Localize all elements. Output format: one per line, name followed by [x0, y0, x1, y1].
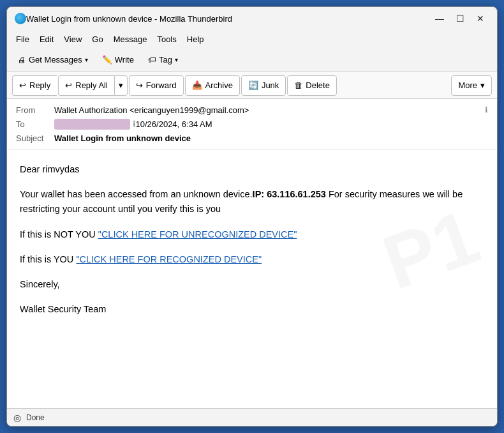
forward-label: Forward [146, 80, 177, 90]
subject-value: Wallet Login from unknown device [54, 133, 488, 143]
from-info-icon[interactable]: ℹ [485, 105, 488, 114]
signature: Wallet Security Team [20, 302, 484, 317]
menu-file[interactable]: File [12, 33, 33, 45]
menu-tools[interactable]: Tools [153, 33, 180, 45]
reply-all-group: ↩ Reply All ▾ [58, 75, 128, 96]
from-row: From Wallet Authorization <ericanguyen19… [16, 103, 488, 117]
status-text: Done [26, 413, 45, 422]
unrecognized-device-link[interactable]: "CLICK HERE FOR UNRECOGNIZED DEVICE" [98, 229, 297, 239]
closing: Sincerely, [20, 277, 484, 292]
menu-edit[interactable]: Edit [36, 33, 57, 45]
recognized-device-link[interactable]: "CLICK HERE FOR RECOGNIZED DEVICE" [76, 254, 262, 264]
para3-start: If this is YOU [20, 254, 76, 264]
menu-go[interactable]: Go [88, 33, 107, 45]
junk-label: Junk [262, 80, 279, 90]
get-messages-button[interactable]: 🖨 Get Messages ▾ [12, 52, 94, 68]
to-label: To [16, 119, 54, 129]
more-label: More [458, 80, 477, 90]
tag-button[interactable]: 🏷 Tag ▾ [142, 52, 184, 68]
get-messages-icon: 🖨 [18, 55, 26, 65]
reply-label: Reply [29, 80, 50, 90]
delete-label: Delete [306, 80, 330, 90]
minimize-button[interactable]: — [431, 11, 448, 26]
menu-view[interactable]: View [60, 33, 85, 45]
archive-icon: 📥 [192, 80, 202, 90]
close-button[interactable]: ✕ [471, 11, 489, 26]
tag-label: Tag [159, 55, 172, 65]
junk-button[interactable]: 🔄 Junk [241, 75, 286, 96]
para2-start: If this is NOT YOU [20, 229, 98, 239]
write-label: Write [115, 55, 134, 65]
junk-icon: 🔄 [248, 80, 258, 90]
status-icon: ◎ [13, 413, 21, 423]
tag-icon: 🏷 [148, 55, 156, 65]
delete-icon: 🗑 [294, 80, 302, 90]
more-chevron-icon: ▾ [480, 80, 485, 90]
action-bar: ↩ Reply ↩ Reply All ▾ ↪ Forward 📥 Archiv… [7, 72, 497, 99]
menu-help[interactable]: Help [183, 33, 208, 45]
maximize-button[interactable]: ☐ [451, 11, 469, 26]
subject-label: Subject [16, 133, 54, 143]
reply-group: ↩ Reply [12, 75, 57, 96]
greeting: Dear rimvydas [20, 162, 484, 177]
get-messages-chevron-icon: ▾ [85, 56, 88, 63]
email-headers: From Wallet Authorization <ericanguyen19… [7, 99, 497, 149]
forward-button[interactable]: ↪ Forward [129, 75, 184, 96]
title-bar: Wallet Login from unknown device - Mozil… [7, 7, 497, 30]
reply-all-chevron-icon: ▾ [119, 80, 123, 90]
para1: Your wallet has been accessed from an un… [20, 187, 484, 216]
archive-button[interactable]: 📥 Archive [185, 75, 240, 96]
write-icon: ✏️ [102, 55, 112, 65]
window-title: Wallet Login from unknown device - Mozil… [26, 14, 431, 24]
tag-chevron-icon: ▾ [175, 56, 178, 63]
window-controls: — ☐ ✕ [431, 11, 489, 26]
menu-bar: File Edit View Go Message Tools Help [7, 30, 497, 48]
archive-label: Archive [205, 80, 233, 90]
subject-row: Subject Wallet Login from unknown device [16, 131, 488, 145]
thunderbird-window: Wallet Login from unknown device - Mozil… [6, 6, 498, 427]
forward-icon: ↪ [136, 80, 143, 90]
para3: If this is YOU "CLICK HERE FOR RECOGNIZE… [20, 252, 484, 267]
menu-message[interactable]: Message [110, 33, 151, 45]
reply-button[interactable]: ↩ Reply [12, 75, 57, 96]
to-row: To ████████████ ℹ 10/26/2024, 6:34 AM [16, 117, 488, 131]
reply-all-chevron-button[interactable]: ▾ [114, 75, 128, 96]
email-body: P1 Dear rimvydas Your wallet has been ac… [7, 149, 497, 408]
para2: If this is NOT YOU "CLICK HERE FOR UNREC… [20, 227, 484, 242]
from-value: Wallet Authorization <ericanguyen1999@gm… [54, 105, 482, 115]
reply-all-icon: ↩ [65, 80, 72, 90]
reply-all-label: Reply All [75, 80, 108, 90]
reply-all-button[interactable]: ↩ Reply All [58, 75, 114, 96]
app-icon [15, 13, 26, 24]
toolbar: 🖨 Get Messages ▾ ✏️ Write 🏷 Tag ▾ [7, 48, 497, 72]
reply-icon: ↩ [19, 80, 26, 90]
from-label: From [16, 105, 54, 115]
more-button[interactable]: More ▾ [451, 75, 492, 96]
email-date: 10/26/2024, 6:34 AM [136, 119, 212, 129]
para1-ip: IP: 63.116.61.253 [253, 189, 326, 199]
status-bar: ◎ Done [7, 408, 497, 426]
write-button[interactable]: ✏️ Write [96, 52, 140, 68]
to-value: ████████████ [54, 119, 130, 130]
delete-button[interactable]: 🗑 Delete [287, 75, 337, 96]
get-messages-label: Get Messages [29, 55, 82, 65]
para1-normal: Your wallet has been accessed from an un… [20, 189, 253, 199]
